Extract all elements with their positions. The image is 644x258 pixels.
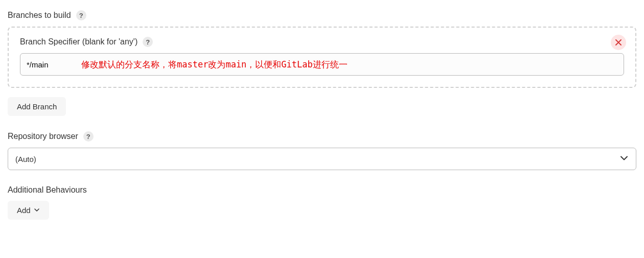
branch-specifier-group: Branch Specifier (blank for 'any') ? 修改默… xyxy=(8,27,636,88)
add-branch-button[interactable]: Add Branch xyxy=(8,97,66,116)
add-behaviour-label: Add xyxy=(17,206,31,215)
additional-behaviours-label: Additional Behaviours xyxy=(8,185,636,195)
add-behaviour-button[interactable]: Add xyxy=(8,201,49,220)
help-icon[interactable]: ? xyxy=(83,131,94,142)
remove-branch-button[interactable] xyxy=(611,35,626,50)
branch-specifier-text: Branch Specifier (blank for 'any') xyxy=(20,37,137,46)
help-icon[interactable]: ? xyxy=(76,10,86,20)
branches-title-text: Branches to build xyxy=(8,11,71,20)
add-branch-label: Add Branch xyxy=(17,102,57,111)
branch-specifier-input[interactable] xyxy=(20,53,624,76)
branches-to-build-label: Branches to build ? xyxy=(8,10,636,20)
repository-browser-select-wrapper: (Auto) xyxy=(8,148,636,170)
close-icon xyxy=(615,38,622,47)
branch-specifier-label: Branch Specifier (blank for 'any') ? xyxy=(20,37,624,47)
branch-specifier-input-wrapper: 修改默认的分支名称，将master改为main，以便和GitLab进行统一 xyxy=(20,53,624,76)
help-icon[interactable]: ? xyxy=(143,37,153,47)
repository-browser-label: Repository browser ? xyxy=(8,131,636,142)
repo-browser-selected: (Auto) xyxy=(15,155,36,163)
additional-title-text: Additional Behaviours xyxy=(8,185,87,195)
chevron-down-icon xyxy=(34,206,40,215)
repository-browser-select[interactable]: (Auto) xyxy=(8,148,636,170)
repo-browser-title-text: Repository browser xyxy=(8,132,78,141)
